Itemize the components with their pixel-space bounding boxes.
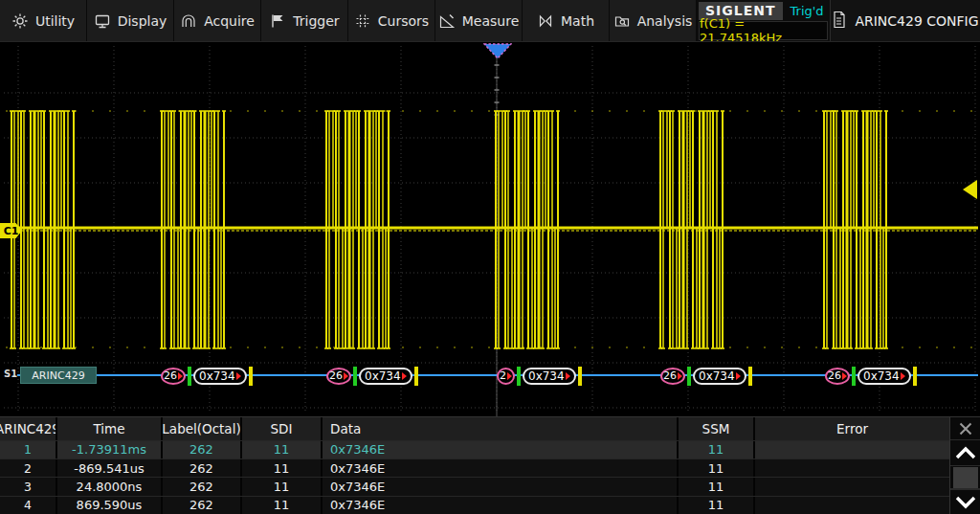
table-cell: 11 [679,497,755,514]
scroll-track[interactable] [950,465,980,489]
frame-end-marker [414,367,418,386]
truncation-arrow-icon [678,372,682,380]
frame-end-marker [249,367,253,386]
menu-item-acquire[interactable]: Acquire [174,0,261,41]
decode-label-bubble: 26 [660,368,685,385]
table-cell [755,459,949,477]
decode-label-bubble: 2 [497,368,515,385]
frame-end-marker [748,367,752,386]
menu-item-label: Utility [35,13,75,29]
frame-start-marker [852,367,856,386]
table-row[interactable]: 324.8000ns262110x7346E11 [0,477,949,495]
menu-item-measure[interactable]: Measure [435,0,523,41]
table-cell: 0x7346E [323,478,679,495]
menu-item-math[interactable]: Math [523,0,610,41]
menu-item-label: Math [561,13,594,29]
analysis-icon [613,12,631,30]
measure-icon [438,12,456,30]
table-cell: 869.590us [57,497,163,514]
menu-item-label: Measure [462,13,520,29]
cursors-icon [354,12,371,30]
table-cell: 0x7346E [323,497,679,514]
decode-frame: 260x734 [326,366,418,386]
table-cell: -869.541us [57,459,163,477]
decode-frame: 260x734 [161,366,253,386]
menu-item-utility[interactable]: Utility [0,0,87,41]
chevron-up-icon [953,445,978,461]
column-header-sdi: SDI [242,417,323,440]
table-row[interactable]: 1-1.73911ms262110x7346E11 [0,440,949,458]
table-cell: 262 [163,497,242,514]
truncation-arrow-icon [736,372,741,380]
document-icon [832,11,846,32]
menu-item-label: Cursors [378,13,429,29]
frame-start-marker [353,367,357,386]
menu-item-label: Acquire [204,13,255,29]
menu-item-cursors[interactable]: Cursors [348,0,435,41]
table-scrollbar [949,417,980,514]
table-cell: 262 [163,459,242,477]
frame-end-marker [578,367,582,386]
table-cell: -1.73911ms [57,441,163,458]
truncation-arrow-icon [842,372,847,380]
table-cell: 1 [0,441,57,458]
table-cell [755,478,949,495]
truncation-arrow-icon [566,372,570,380]
frame-start-marker [687,367,691,386]
menu-item-label: Analysis [637,13,693,29]
waveform-display-area: C1 S1 ARINC429 260x734260x73420x734260x7… [0,41,980,416]
table-cell: 3 [0,478,57,495]
scroll-up-button[interactable] [950,439,980,464]
table-cell: 24.8000ns [57,478,163,495]
table-cell: 4 [0,497,57,514]
decode-data-bubble: 0x734 [523,368,576,385]
truncation-arrow-icon [236,372,241,380]
scroll-thumb[interactable] [953,467,978,488]
table-cell [755,497,949,514]
close-table-button[interactable] [950,417,980,439]
decode-label-bubble: 26 [326,368,351,385]
menu-item-label: Trigger [293,13,339,29]
decode-result-table: ARINC429TimeLabel(Octal)SDIDataSSMError1… [0,416,980,514]
table-cell: 0x7346E [323,441,679,458]
menu-item-analysis[interactable]: Analysis [610,0,697,41]
table-cell: 262 [163,441,242,458]
table-cell: 2 [0,459,57,477]
arinc429-config-button[interactable]: ARINC429 CONFIG [831,0,980,41]
trigger-flag-icon [269,12,286,30]
table-row[interactable]: 2-869.541us262110x7346E11 [0,458,949,477]
status-block: SIGLENT Trig'd f(C1) = 21.74518kHz [697,0,831,41]
menu-item-display[interactable]: Display [87,0,174,41]
truncation-arrow-icon [402,372,407,380]
table-cell: 11 [242,497,323,514]
scroll-down-button[interactable] [950,489,980,514]
column-header-data: Data [323,417,679,440]
decode-label-bubble: 26 [161,368,186,385]
channel1-waveform [0,42,980,417]
menu-item-trigger[interactable]: Trigger [261,0,348,41]
table-cell: 11 [679,459,755,477]
truncation-arrow-icon [507,372,512,380]
decode-frame: 260x734 [825,366,917,386]
column-header-label-octal-: Label(Octal) [163,417,242,440]
frame-start-marker [517,367,521,386]
trigger-position-marker[interactable] [483,43,512,59]
table-cell: 11 [679,441,755,458]
table-cell: 11 [679,478,755,495]
decode-data-bubble: 0x734 [858,368,911,385]
column-header-ssm: SSM [679,417,755,440]
truncation-arrow-icon [178,372,183,380]
decode-label-bubble: 26 [825,368,850,385]
acquire-icon [180,12,197,30]
table-row[interactable]: 4869.590us262110x7346E11 [0,496,949,514]
column-header-arinc429: ARINC429 [0,417,57,440]
display-icon [94,12,111,30]
menubar: UtilityDisplayAcquireTriggerCursorsMeasu… [0,0,980,41]
frequency-readout: f(C1) = 21.74518kHz [699,21,828,40]
config-button-label: ARINC429 CONFIG [855,13,978,29]
trigger-level-marker[interactable] [963,180,977,199]
frame-end-marker [913,367,917,386]
close-icon [957,420,974,437]
menu-item-label: Display [118,13,167,29]
table-header-row: ARINC429TimeLabel(Octal)SDIDataSSMError [0,417,949,440]
